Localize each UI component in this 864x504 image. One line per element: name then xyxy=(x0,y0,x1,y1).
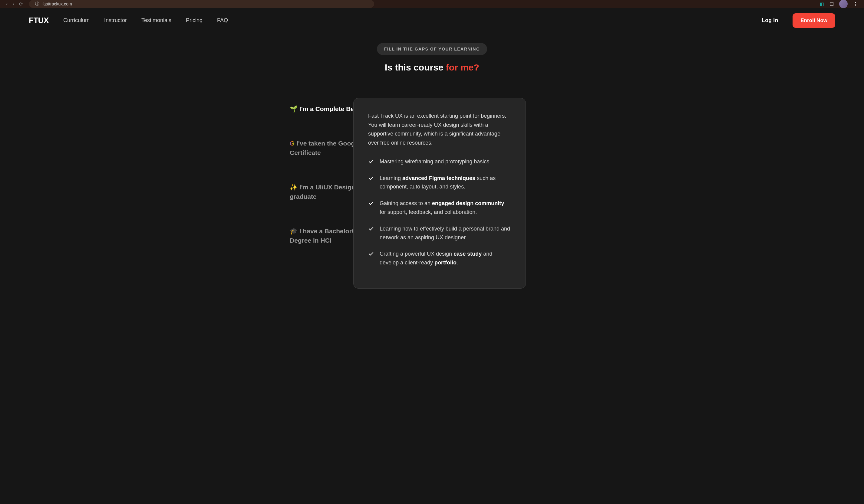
nav-link-instructor[interactable]: Instructor xyxy=(104,17,127,24)
back-icon[interactable]: ‹ xyxy=(6,1,8,7)
logo[interactable]: FTUX xyxy=(29,16,49,25)
section-pill: FILL IN THE GAPS OF YOUR LEARNING xyxy=(377,43,488,55)
nav-link-testimonials[interactable]: Testimonials xyxy=(141,17,171,24)
benefit-item-3: Learning how to effectively build a pers… xyxy=(368,224,511,242)
benefit-item-0: Mastering wireframing and prototyping ba… xyxy=(368,157,511,166)
benefit-item-1: Learning advanced Figma techniques such … xyxy=(368,174,511,192)
browser-toolbar-right: ◧ ☐ ⋮ xyxy=(819,0,858,8)
site-info-icon: ⓘ xyxy=(35,1,39,7)
url-bar[interactable]: ⓘ fasttrackux.com xyxy=(29,0,374,8)
check-icon xyxy=(368,175,374,181)
nav-links: CurriculumInstructorTestimonialsPricingF… xyxy=(63,17,228,24)
benefit-text: Learning advanced Figma techniques such … xyxy=(380,174,511,192)
nav-link-pricing[interactable]: Pricing xyxy=(186,17,203,24)
main-content: FILL IN THE GAPS OF YOUR LEARNING Is thi… xyxy=(214,33,650,288)
benefit-text: Gaining access to an engaged design comm… xyxy=(380,199,511,217)
benefit-list: Mastering wireframing and prototyping ba… xyxy=(368,157,511,267)
menu-icon[interactable]: ⋮ xyxy=(853,1,858,7)
benefit-text: Crafting a powerful UX design case study… xyxy=(380,249,511,267)
profile-avatar[interactable] xyxy=(839,0,848,8)
check-icon xyxy=(368,251,374,257)
section-headline: Is this course for me? xyxy=(214,62,650,73)
check-icon xyxy=(368,159,374,164)
benefit-item-2: Gaining access to an engaged design comm… xyxy=(368,199,511,217)
audience-panel: Fast Track UX is an excellent starting p… xyxy=(353,98,526,288)
login-button[interactable]: Log In xyxy=(762,17,778,24)
benefit-text: Mastering wireframing and prototyping ba… xyxy=(380,157,489,166)
headline-accent: for me? xyxy=(446,62,479,72)
extension-icon[interactable]: ◧ xyxy=(819,1,824,7)
nav-right: Log In Enroll Now xyxy=(762,13,835,28)
reload-icon[interactable]: ⟳ xyxy=(19,1,23,7)
benefit-text: Learning how to effectively build a pers… xyxy=(380,224,511,242)
audience-tabs: 🌱 I'm a Complete BeginnerG I've taken th… xyxy=(223,98,332,288)
browser-chrome: ‹ › ⟳ ⓘ fasttrackux.com ◧ ☐ ⋮ xyxy=(0,0,864,8)
check-icon xyxy=(368,200,374,206)
nav-link-curriculum[interactable]: Curriculum xyxy=(63,17,89,24)
browser-nav-controls: ‹ › ⟳ xyxy=(6,1,23,7)
audience-layout: 🌱 I'm a Complete BeginnerG I've taken th… xyxy=(214,98,650,288)
site-nav: FTUX CurriculumInstructorTestimonialsPri… xyxy=(0,8,864,33)
url-text: fasttrackux.com xyxy=(43,1,72,7)
headline-plain: Is this course xyxy=(385,62,446,72)
bookmark-icon[interactable]: ☐ xyxy=(829,1,834,7)
check-icon xyxy=(368,226,374,232)
enroll-button[interactable]: Enroll Now xyxy=(793,13,835,28)
forward-icon[interactable]: › xyxy=(12,1,14,7)
benefit-item-4: Crafting a powerful UX design case study… xyxy=(368,249,511,267)
nav-link-faq[interactable]: FAQ xyxy=(217,17,228,24)
panel-intro: Fast Track UX is an excellent starting p… xyxy=(368,112,511,148)
